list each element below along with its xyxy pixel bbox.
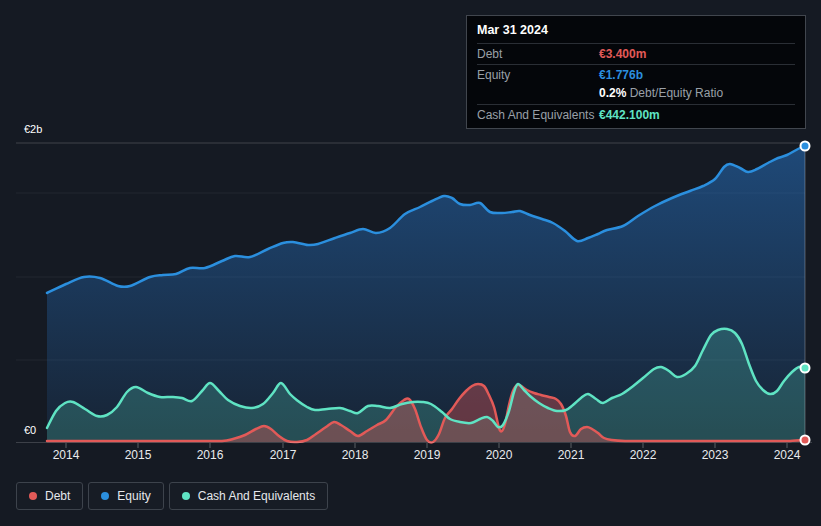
x-axis-label: 2015 [125, 448, 152, 462]
tooltip-equity-value: €1.776b [599, 68, 643, 82]
x-axis-label: 2022 [630, 448, 657, 462]
tooltip-equity-label: Equity [477, 68, 599, 82]
tooltip-debt-value: €3.400m [599, 47, 646, 61]
debt-series-dot-icon [29, 492, 37, 500]
debt-end-marker [801, 436, 810, 445]
x-axis-label: 2021 [558, 448, 585, 462]
x-axis-label: 2018 [342, 448, 369, 462]
tooltip-date: Mar 31 2024 [477, 21, 795, 44]
legend-item-equity[interactable]: Equity [88, 482, 163, 510]
tooltip-row-equity: Equity €1.776b [477, 65, 795, 85]
x-axis-label: 2016 [197, 448, 224, 462]
tooltip-debt-equity-ratio: 0.2% Debt/Equity Ratio [477, 85, 795, 105]
legend-item-debt[interactable]: Debt [16, 482, 83, 510]
cash-series-dot-icon [182, 492, 190, 500]
tooltip-row-debt: Debt €3.400m [477, 44, 795, 65]
x-axis-label: 2017 [270, 448, 297, 462]
tooltip-cash-value: €442.100m [599, 108, 660, 122]
cash-end-marker [801, 364, 810, 373]
y-axis-label-bottom: €0 [24, 424, 36, 437]
chart-legend: Debt Equity Cash And Equivalents [16, 482, 328, 510]
y-axis-label-top: €2b [24, 123, 42, 136]
tooltip-debt-label: Debt [477, 47, 599, 61]
x-axis-label: 2024 [774, 448, 801, 462]
equity-end-marker [801, 142, 810, 151]
x-axis-label: 2023 [702, 448, 729, 462]
x-axis-label: 2019 [414, 448, 441, 462]
tooltip-ratio-caption: Debt/Equity Ratio [630, 86, 723, 100]
x-axis-label: 2020 [486, 448, 513, 462]
equity-series-dot-icon [101, 492, 109, 500]
tooltip-row-cash: Cash And Equivalents €442.100m [477, 105, 795, 125]
legend-item-cash[interactable]: Cash And Equivalents [169, 482, 328, 510]
chart-panel: 2014201520162017201820192020202120222023… [0, 0, 821, 526]
x-axis-label: 2014 [53, 448, 80, 462]
tooltip-cash-label: Cash And Equivalents [477, 108, 599, 122]
hover-tooltip: Mar 31 2024 Debt €3.400m Equity €1.776b … [466, 15, 806, 129]
legend-equity-label: Equity [117, 489, 150, 503]
legend-debt-label: Debt [45, 489, 70, 503]
tooltip-ratio-value: 0.2% [599, 86, 626, 100]
legend-cash-label: Cash And Equivalents [198, 489, 315, 503]
